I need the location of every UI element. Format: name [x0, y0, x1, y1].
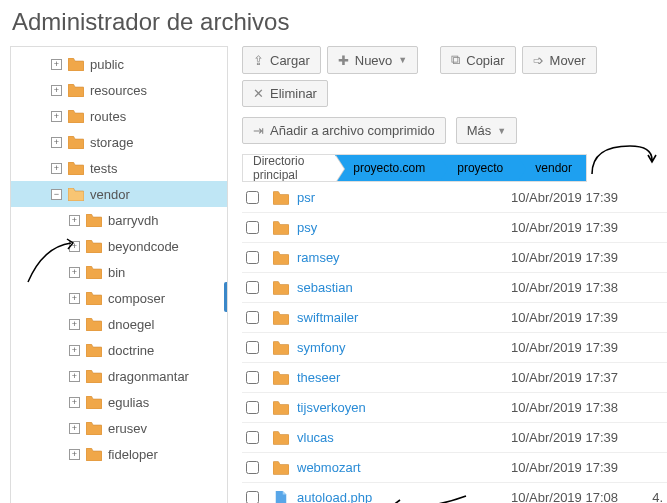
- row-checkbox[interactable]: [246, 431, 259, 444]
- file-name[interactable]: webmozart: [297, 460, 511, 475]
- copy-label: Copiar: [466, 53, 504, 68]
- file-row[interactable]: psr10/Abr/2019 17:39: [242, 183, 667, 213]
- file-row[interactable]: autoload.php10/Abr/2019 17:084.: [242, 483, 667, 503]
- file-row[interactable]: psy10/Abr/2019 17:39: [242, 213, 667, 243]
- row-checkbox[interactable]: [246, 191, 259, 204]
- folder-icon: [86, 318, 102, 331]
- tree-node-erusev[interactable]: +erusev: [11, 415, 227, 441]
- expand-icon[interactable]: +: [69, 293, 80, 304]
- tree-node-beyondcode[interactable]: +beyondcode: [11, 233, 227, 259]
- folder-icon: [273, 461, 289, 475]
- file-name[interactable]: ramsey: [297, 250, 511, 265]
- expand-icon[interactable]: +: [69, 215, 80, 226]
- row-checkbox[interactable]: [246, 221, 259, 234]
- breadcrumb-seg-2[interactable]: vendor: [517, 155, 586, 181]
- breadcrumb-seg-0[interactable]: proyecto.com: [335, 155, 439, 181]
- tree-node-storage[interactable]: +storage: [11, 129, 227, 155]
- tree-node-dnoegel[interactable]: +dnoegel: [11, 311, 227, 337]
- file-row[interactable]: swiftmailer10/Abr/2019 17:39: [242, 303, 667, 333]
- folder-icon: [273, 191, 289, 205]
- row-checkbox[interactable]: [246, 461, 259, 474]
- upload-button[interactable]: ⇪ Cargar: [242, 46, 321, 74]
- file-name[interactable]: psy: [297, 220, 511, 235]
- file-date: 10/Abr/2019 17:39: [511, 190, 639, 205]
- file-row[interactable]: vlucas10/Abr/2019 17:39: [242, 423, 667, 453]
- tree-node-barryvdh[interactable]: +barryvdh: [11, 207, 227, 233]
- compress-button[interactable]: ⇥ Añadir a archivo comprimido: [242, 117, 446, 144]
- folder-icon: [273, 311, 289, 325]
- file-name[interactable]: theseer: [297, 370, 511, 385]
- new-button[interactable]: ✚ Nuevo ▼: [327, 46, 419, 74]
- expand-icon[interactable]: +: [69, 397, 80, 408]
- expand-icon[interactable]: +: [69, 241, 80, 252]
- expand-icon[interactable]: +: [69, 267, 80, 278]
- move-button[interactable]: ➩ Mover: [522, 46, 597, 74]
- chevron-down-icon: ▼: [398, 55, 407, 65]
- tree-node-fideloper[interactable]: +fideloper: [11, 441, 227, 467]
- file-row[interactable]: symfony10/Abr/2019 17:39: [242, 333, 667, 363]
- file-name[interactable]: psr: [297, 190, 511, 205]
- file-date: 10/Abr/2019 17:39: [511, 310, 639, 325]
- tree-node-dragonmantar[interactable]: +dragonmantar: [11, 363, 227, 389]
- file-row[interactable]: webmozart10/Abr/2019 17:39: [242, 453, 667, 483]
- row-checkbox[interactable]: [246, 281, 259, 294]
- tree-node-doctrine[interactable]: +doctrine: [11, 337, 227, 363]
- delete-button[interactable]: ✕ Eliminar: [242, 80, 328, 107]
- file-row[interactable]: tijsverkoyen10/Abr/2019 17:38: [242, 393, 667, 423]
- collapse-icon[interactable]: −: [51, 189, 62, 200]
- tree-node-routes[interactable]: +routes: [11, 103, 227, 129]
- expand-icon[interactable]: +: [69, 319, 80, 330]
- tree-node-bin[interactable]: +bin: [11, 259, 227, 285]
- row-checkbox[interactable]: [246, 491, 259, 503]
- breadcrumb-root[interactable]: Directorio principal: [243, 155, 335, 181]
- expand-icon[interactable]: +: [69, 345, 80, 356]
- file-name[interactable]: autoload.php: [297, 490, 511, 503]
- file-date: 10/Abr/2019 17:38: [511, 280, 639, 295]
- file-row[interactable]: theseer10/Abr/2019 17:37: [242, 363, 667, 393]
- copy-button[interactable]: ⧉ Copiar: [440, 46, 515, 74]
- tree-node-vendor[interactable]: −vendor: [11, 181, 227, 207]
- new-label: Nuevo: [355, 53, 393, 68]
- more-label: Más: [467, 123, 492, 138]
- tree-label: public: [90, 57, 124, 72]
- folder-icon: [273, 431, 289, 445]
- expand-icon[interactable]: +: [69, 371, 80, 382]
- row-checkbox[interactable]: [246, 341, 259, 354]
- file-name[interactable]: symfony: [297, 340, 511, 355]
- folder-icon: [86, 422, 102, 435]
- tree-node-egulias[interactable]: +egulias: [11, 389, 227, 415]
- upload-label: Cargar: [270, 53, 310, 68]
- file-name[interactable]: vlucas: [297, 430, 511, 445]
- row-checkbox[interactable]: [246, 401, 259, 414]
- file-row[interactable]: ramsey10/Abr/2019 17:39: [242, 243, 667, 273]
- row-checkbox[interactable]: [246, 311, 259, 324]
- tree-node-tests[interactable]: +tests: [11, 155, 227, 181]
- tree-node-public[interactable]: +public: [11, 51, 227, 77]
- expand-icon[interactable]: +: [69, 449, 80, 460]
- folder-icon: [68, 162, 84, 175]
- tree-node-composer[interactable]: +composer: [11, 285, 227, 311]
- expand-icon[interactable]: +: [51, 59, 62, 70]
- expand-icon[interactable]: +: [51, 137, 62, 148]
- breadcrumb[interactable]: Directorio principal proyecto.com proyec…: [242, 154, 587, 182]
- expand-icon[interactable]: +: [51, 111, 62, 122]
- file-row[interactable]: sebastian10/Abr/2019 17:38: [242, 273, 667, 303]
- file-date: 10/Abr/2019 17:39: [511, 250, 639, 265]
- folder-icon: [68, 110, 84, 123]
- file-name[interactable]: tijsverkoyen: [297, 400, 511, 415]
- file-name[interactable]: sebastian: [297, 280, 511, 295]
- tree-label: tests: [90, 161, 117, 176]
- folder-icon: [86, 240, 102, 253]
- expand-icon[interactable]: +: [69, 423, 80, 434]
- row-checkbox[interactable]: [246, 251, 259, 264]
- folder-tree[interactable]: +public+resources+routes+storage+tests−v…: [10, 46, 228, 503]
- more-button[interactable]: Más ▼: [456, 117, 517, 144]
- expand-icon[interactable]: +: [51, 85, 62, 96]
- file-name[interactable]: swiftmailer: [297, 310, 511, 325]
- breadcrumb-seg-1[interactable]: proyecto: [439, 155, 517, 181]
- copy-icon: ⧉: [451, 52, 460, 68]
- file-size: 4.: [639, 490, 663, 503]
- expand-icon[interactable]: +: [51, 163, 62, 174]
- row-checkbox[interactable]: [246, 371, 259, 384]
- tree-node-resources[interactable]: +resources: [11, 77, 227, 103]
